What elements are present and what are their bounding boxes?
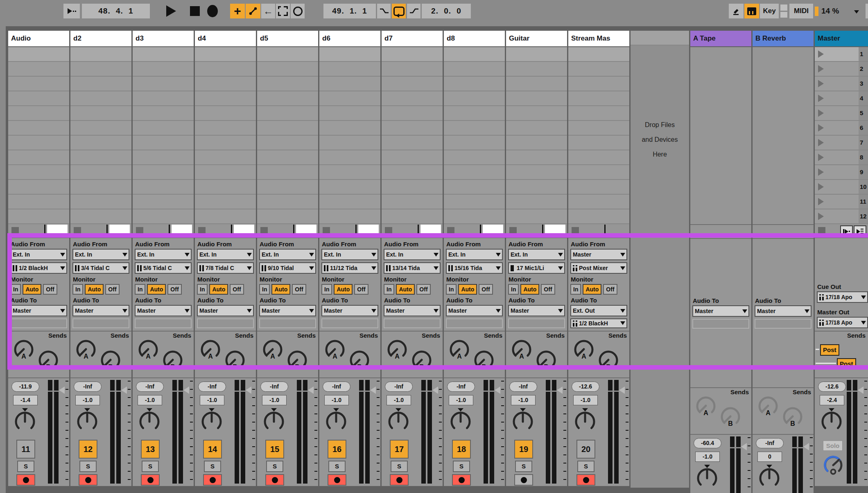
clip-slot[interactable] bbox=[568, 62, 629, 77]
track-activator-button[interactable]: 20 bbox=[576, 440, 595, 459]
clip-slot[interactable] bbox=[70, 62, 131, 77]
clip-slot[interactable] bbox=[444, 180, 505, 195]
track-header[interactable]: Stream Mas bbox=[568, 31, 629, 46]
cue-out-select[interactable]: 17/18 Apo bbox=[817, 291, 868, 303]
clip-stop-button[interactable] bbox=[136, 227, 143, 234]
track-activator-button[interactable]: 11 bbox=[16, 440, 35, 459]
monitor-auto-button[interactable]: Auto bbox=[520, 284, 539, 295]
send-a-knob[interactable]: A bbox=[12, 337, 35, 360]
monitor-in-button[interactable]: In bbox=[321, 284, 332, 295]
master-pan-display[interactable]: -2.4 bbox=[820, 395, 844, 405]
clip-slot[interactable] bbox=[195, 121, 256, 136]
clip-slot[interactable] bbox=[319, 77, 380, 91]
arm-record-button[interactable] bbox=[576, 474, 595, 486]
input-channel-select[interactable]: 9/10 Tidal bbox=[259, 262, 316, 274]
scene-launch-button[interactable] bbox=[815, 62, 859, 76]
clip-stop-button[interactable] bbox=[509, 227, 517, 234]
track-header[interactable]: d6 bbox=[319, 31, 380, 46]
track-activator-button[interactable]: 14 bbox=[203, 440, 222, 459]
clip-slot[interactable] bbox=[382, 165, 443, 180]
input-channel-select[interactable]: 11/12 Tida bbox=[321, 262, 378, 274]
loop-length-display[interactable]: 2. 0. 0 bbox=[422, 4, 471, 18]
audio-to-select[interactable]: Master bbox=[10, 305, 67, 316]
clip-slot[interactable] bbox=[319, 150, 380, 165]
midi-map-button[interactable]: MIDI bbox=[789, 4, 813, 18]
monitor-in-button[interactable]: In bbox=[10, 284, 21, 295]
clip-slot[interactable] bbox=[506, 165, 567, 180]
key-map-button[interactable]: Key bbox=[760, 4, 779, 18]
clip-slot[interactable] bbox=[195, 195, 256, 209]
track-header[interactable]: d7 bbox=[382, 31, 443, 46]
track-status-display[interactable] bbox=[358, 225, 379, 237]
return-track-header[interactable]: A Tape bbox=[690, 31, 751, 46]
clip-slot[interactable] bbox=[8, 77, 69, 91]
stop-all-clips-button[interactable] bbox=[854, 225, 866, 237]
volume-display[interactable]: -Inf bbox=[385, 382, 413, 392]
track-header[interactable]: d2 bbox=[70, 31, 131, 46]
track-status-display[interactable] bbox=[47, 225, 68, 237]
track-activator-button[interactable]: 12 bbox=[79, 440, 97, 459]
audio-from-select[interactable]: Ext. In bbox=[197, 249, 254, 260]
clip-slot[interactable] bbox=[70, 209, 131, 224]
cpu-dropdown-caret[interactable] bbox=[854, 10, 859, 14]
clip-slot[interactable] bbox=[319, 180, 380, 195]
clip-slot[interactable] bbox=[568, 150, 629, 165]
scene-launch-button[interactable] bbox=[815, 136, 859, 150]
scene-launch-button[interactable] bbox=[815, 106, 859, 120]
master-volume-display[interactable]: -12.6 bbox=[818, 382, 846, 392]
track-status-display[interactable] bbox=[483, 225, 503, 237]
clip-slot[interactable] bbox=[319, 47, 380, 62]
clip-slot[interactable] bbox=[568, 195, 629, 209]
clip-slot[interactable] bbox=[319, 91, 380, 106]
volume-display[interactable]: -Inf bbox=[447, 382, 475, 392]
clip-slot[interactable] bbox=[133, 165, 194, 180]
audio-to-select[interactable]: Master bbox=[755, 305, 811, 317]
scene-launch-button[interactable] bbox=[815, 47, 859, 61]
clip-stop-button[interactable] bbox=[260, 227, 268, 234]
solo-button[interactable]: S bbox=[453, 461, 470, 472]
clip-slot[interactable] bbox=[195, 180, 256, 195]
send-a-knob[interactable]: A bbox=[448, 337, 471, 360]
solo-button[interactable]: S bbox=[204, 461, 221, 472]
clip-slot[interactable] bbox=[70, 106, 131, 121]
clip-slot[interactable] bbox=[568, 47, 629, 62]
clip-slot[interactable] bbox=[382, 121, 443, 136]
solo-button[interactable]: S bbox=[142, 461, 159, 472]
input-channel-select[interactable]: 5/6 Tidal C bbox=[135, 262, 192, 274]
clip-slot[interactable] bbox=[133, 106, 194, 121]
monitor-in-button[interactable]: In bbox=[72, 284, 83, 295]
clip-slot[interactable] bbox=[319, 195, 380, 209]
audio-to-select[interactable]: Master bbox=[446, 305, 503, 316]
clip-slot[interactable] bbox=[257, 77, 318, 91]
send-a-knob[interactable]: A bbox=[199, 337, 222, 360]
monitor-in-button[interactable]: In bbox=[197, 284, 208, 295]
send-b-knob[interactable]: B bbox=[472, 348, 495, 371]
clip-slot[interactable] bbox=[8, 180, 69, 195]
clip-slot[interactable] bbox=[444, 77, 505, 91]
clip-slot[interactable] bbox=[257, 209, 318, 224]
audio-to-select[interactable]: Master bbox=[197, 305, 254, 316]
clip-slot[interactable] bbox=[444, 62, 505, 77]
pan-display[interactable]: -1.0 bbox=[573, 395, 598, 405]
volume-display[interactable]: -Inf bbox=[74, 382, 102, 392]
clip-slot[interactable] bbox=[568, 121, 629, 136]
clip-slot[interactable] bbox=[133, 91, 194, 106]
punch-in-button[interactable] bbox=[377, 4, 391, 18]
pan-display[interactable]: -1.0 bbox=[695, 452, 720, 462]
audio-from-select[interactable]: Ext. In bbox=[72, 249, 129, 260]
clip-slot[interactable] bbox=[257, 136, 318, 150]
solo-button[interactable]: S bbox=[577, 461, 594, 472]
session-record-button[interactable] bbox=[291, 4, 305, 18]
volume-display[interactable]: -Inf bbox=[260, 382, 288, 392]
audio-to-select[interactable]: Master bbox=[692, 305, 749, 317]
track-status-display[interactable] bbox=[172, 225, 192, 237]
stop-button[interactable] bbox=[188, 4, 202, 18]
monitor-off-button[interactable]: Off bbox=[479, 284, 493, 295]
pan-display[interactable]: -1.0 bbox=[262, 395, 287, 405]
clip-slot[interactable] bbox=[195, 62, 256, 77]
clip-slot[interactable] bbox=[8, 136, 69, 150]
monitor-auto-button[interactable]: Auto bbox=[458, 284, 477, 295]
monitor-off-button[interactable]: Off bbox=[541, 284, 555, 295]
monitor-in-button[interactable]: In bbox=[570, 284, 581, 295]
audio-to-select[interactable]: Master bbox=[384, 305, 441, 316]
